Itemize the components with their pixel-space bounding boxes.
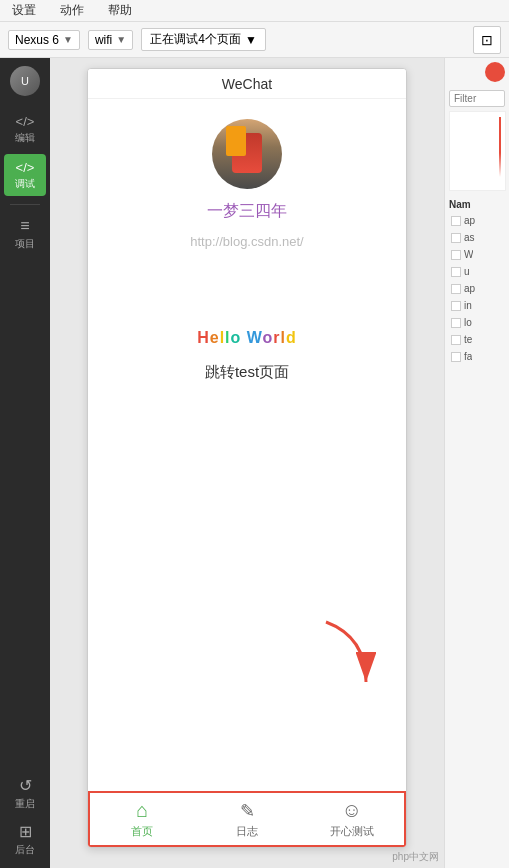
arrow-container [316, 617, 376, 701]
debug-pages-selector[interactable]: 正在调试4个页面 ▼ [141, 28, 266, 51]
hw-h: H [197, 329, 210, 346]
restart-icon: ↺ [19, 776, 32, 795]
list-item[interactable]: as [449, 231, 505, 244]
profile-avatar [212, 119, 282, 189]
list-item[interactable]: ap [449, 214, 505, 227]
device-selector[interactable]: Nexus 6 ▼ [8, 30, 80, 50]
menu-help[interactable]: 帮助 [104, 0, 136, 21]
device-arrow-icon: ▼ [63, 34, 73, 45]
profile-name: 一梦三四年 [207, 201, 287, 222]
record-button[interactable] [485, 62, 505, 82]
watermark: php中文网 [392, 850, 439, 864]
hw-w: W [247, 329, 263, 346]
menu-action[interactable]: 动作 [56, 0, 88, 21]
diary-icon: ✎ [240, 800, 255, 822]
list-checkbox-1[interactable] [451, 233, 461, 243]
toolbar: Nexus 6 ▼ wifi ▼ 正在调试4个页面 ▼ ⊡ [0, 22, 509, 58]
left-sidebar: U </> 编辑 </> 调试 ≡ 项目 ↺ 重启 ⊞ 后台 [0, 58, 50, 868]
list-checkbox-8[interactable] [451, 352, 461, 362]
phone-frame: WeChat 一梦三四年 http://blog.csdn.net/ Hello… [87, 68, 407, 848]
hw-e: e [210, 329, 220, 346]
list-text-2: W [464, 249, 473, 260]
sidebar-restart-label: 重启 [15, 797, 35, 811]
list-checkbox-2[interactable] [451, 250, 461, 260]
hello-world-text: Hello World [197, 329, 297, 347]
simulator-area: WeChat 一梦三四年 http://blog.csdn.net/ Hello… [50, 58, 444, 868]
tab-diary[interactable]: ✎ 日志 [195, 793, 300, 845]
debug-icon: </> [16, 160, 35, 175]
avatar: U [10, 66, 40, 96]
profile-url: http://blog.csdn.net/ [190, 234, 303, 249]
hw-r: r [273, 329, 280, 346]
tab-diary-label: 日志 [236, 824, 258, 839]
right-panel: Nam ap as W u ap in lo [444, 58, 509, 868]
list-item[interactable]: fa [449, 350, 505, 363]
list-checkbox-7[interactable] [451, 335, 461, 345]
list-text-0: ap [464, 215, 475, 226]
sidebar-item-project[interactable]: ≡ 项目 [4, 213, 46, 255]
tab-home[interactable]: ⌂ 首页 [90, 793, 195, 845]
debug-arrow-icon: ▼ [245, 33, 257, 47]
sidebar-item-restart[interactable]: ↺ 重启 [4, 772, 46, 814]
main-layout: U </> 编辑 </> 调试 ≡ 项目 ↺ 重启 ⊞ 后台 [0, 58, 509, 868]
hw-d: d [286, 329, 297, 346]
phone-tab-bar: ⌂ 首页 ✎ 日志 ☺ 开心测试 [88, 791, 406, 847]
network-arrow-icon: ▼ [116, 34, 126, 45]
list-text-5: in [464, 300, 472, 311]
list-checkbox-4[interactable] [451, 284, 461, 294]
list-text-8: fa [464, 351, 472, 362]
jump-link[interactable]: 跳转test页面 [205, 363, 289, 382]
list-item[interactable]: ap [449, 282, 505, 295]
test-icon: ☺ [341, 799, 361, 822]
list-item[interactable]: in [449, 299, 505, 312]
hw-o: o [231, 329, 242, 346]
sidebar-item-debug[interactable]: </> 调试 [4, 154, 46, 196]
list-text-6: lo [464, 317, 472, 328]
preview-line [499, 117, 501, 177]
list-checkbox-6[interactable] [451, 318, 461, 328]
hw-o2: o [263, 329, 274, 346]
sidebar-edit-label: 编辑 [15, 131, 35, 145]
arrow-icon [316, 617, 376, 697]
capture-button[interactable]: ⊡ [473, 26, 501, 54]
phone-status-bar: WeChat [88, 69, 406, 99]
sidebar-item-backend[interactable]: ⊞ 后台 [4, 818, 46, 860]
list-item[interactable]: W [449, 248, 505, 261]
network-name: wifi [95, 33, 112, 47]
filter-input[interactable] [449, 90, 505, 107]
phone-content: 一梦三四年 http://blog.csdn.net/ Hello World … [88, 99, 406, 791]
preview-area [449, 111, 506, 191]
tab-test[interactable]: ☺ 开心测试 [299, 793, 404, 845]
list-checkbox-0[interactable] [451, 216, 461, 226]
list-checkbox-5[interactable] [451, 301, 461, 311]
sidebar-divider [10, 204, 40, 205]
device-name: Nexus 6 [15, 33, 59, 47]
tab-test-label: 开心测试 [330, 824, 374, 839]
project-icon: ≡ [20, 217, 29, 235]
sidebar-backend-label: 后台 [15, 843, 35, 857]
sidebar-item-edit[interactable]: </> 编辑 [4, 108, 46, 150]
sidebar-project-label: 项目 [15, 237, 35, 251]
avatar-initials: U [21, 75, 29, 87]
list-text-1: as [464, 232, 475, 243]
home-icon: ⌂ [136, 799, 148, 822]
sidebar-bottom: ↺ 重启 ⊞ 后台 [4, 772, 46, 868]
edit-icon: </> [16, 114, 35, 129]
list-text-7: te [464, 334, 472, 345]
backend-icon: ⊞ [19, 822, 32, 841]
name-column-label: Nam [449, 199, 505, 210]
phone-title: WeChat [222, 76, 272, 92]
list-text-4: ap [464, 283, 475, 294]
list-item[interactable]: te [449, 333, 505, 346]
list-checkbox-3[interactable] [451, 267, 461, 277]
debug-pages-label: 正在调试4个页面 [150, 31, 241, 48]
menu-bar: 设置 动作 帮助 [0, 0, 509, 22]
list-text-3: u [464, 266, 470, 277]
sidebar-debug-label: 调试 [15, 177, 35, 191]
menu-settings[interactable]: 设置 [8, 0, 40, 21]
network-selector[interactable]: wifi ▼ [88, 30, 133, 50]
tab-home-label: 首页 [131, 824, 153, 839]
list-item[interactable]: lo [449, 316, 505, 329]
list-item[interactable]: u [449, 265, 505, 278]
capture-icon: ⊡ [481, 32, 493, 48]
